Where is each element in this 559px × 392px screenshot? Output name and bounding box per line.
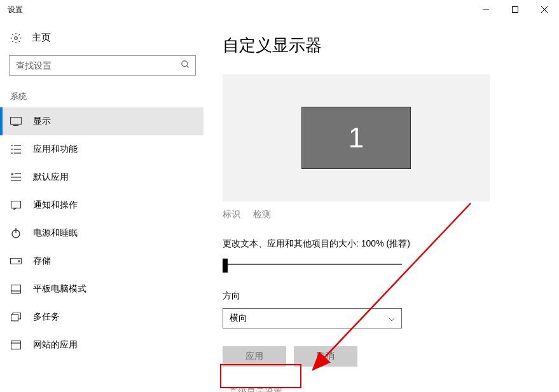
section-label: 系统 bbox=[0, 83, 204, 107]
svg-rect-26 bbox=[11, 314, 18, 321]
sidebar: 主页 系统 显示 应用和功能 默认应用 通知和操作 bbox=[0, 19, 204, 392]
home-button[interactable]: 主页 bbox=[0, 25, 204, 50]
advanced-display-link[interactable]: 高级显示设置 bbox=[223, 382, 289, 392]
sidebar-item-label: 网站的应用 bbox=[33, 339, 78, 351]
sidebar-item-label: 应用和功能 bbox=[33, 144, 78, 155]
sidebar-item-label: 电源和睡眠 bbox=[33, 227, 78, 239]
page-title: 自定义显示器 bbox=[223, 34, 546, 57]
sidebar-item-apps[interactable]: 应用和功能 bbox=[0, 135, 204, 163]
sidebar-item-label: 显示 bbox=[33, 116, 51, 127]
close-icon bbox=[541, 6, 548, 13]
search-icon bbox=[181, 60, 190, 72]
slider-thumb[interactable] bbox=[223, 259, 228, 273]
orientation-value: 横向 bbox=[230, 313, 247, 324]
svg-line-30 bbox=[313, 203, 471, 370]
window-controls bbox=[471, 0, 559, 19]
maximize-icon bbox=[512, 6, 518, 13]
apply-button[interactable]: 应用 bbox=[223, 346, 286, 367]
tablet-icon bbox=[10, 283, 22, 295]
svg-rect-0 bbox=[483, 10, 489, 10]
svg-point-5 bbox=[182, 60, 188, 66]
slider-track bbox=[223, 264, 402, 265]
minimize-icon bbox=[483, 10, 489, 10]
home-label: 主页 bbox=[32, 32, 51, 44]
sidebar-item-web-apps[interactable]: 网站的应用 bbox=[0, 331, 204, 359]
scale-slider[interactable] bbox=[223, 257, 402, 273]
web-apps-icon bbox=[10, 339, 22, 351]
sidebar-item-notifications[interactable]: 通知和操作 bbox=[0, 191, 204, 219]
svg-rect-19 bbox=[11, 201, 21, 208]
sidebar-item-label: 平板电脑模式 bbox=[33, 283, 86, 295]
main-content: 自定义显示器 1 标识 检测 更改文本、应用和其他项目的大小: 100% (推荐… bbox=[204, 19, 559, 392]
scale-label: 更改文本、应用和其他项目的大小: 100% (推荐) bbox=[223, 238, 546, 250]
svg-rect-1 bbox=[513, 7, 518, 13]
sidebar-item-storage[interactable]: 存储 bbox=[0, 247, 204, 275]
storage-icon bbox=[10, 255, 22, 267]
defaults-icon bbox=[10, 172, 22, 183]
notification-icon bbox=[10, 199, 22, 211]
minimize-button[interactable] bbox=[471, 0, 500, 19]
sidebar-item-tablet[interactable]: 平板电脑模式 bbox=[0, 275, 204, 303]
search-box[interactable] bbox=[9, 55, 196, 76]
sidebar-item-multitask[interactable]: 多任务 bbox=[0, 303, 204, 331]
orientation-label: 方向 bbox=[223, 290, 546, 302]
multitask-icon bbox=[10, 311, 22, 323]
svg-point-4 bbox=[15, 36, 18, 39]
list-icon bbox=[10, 144, 22, 155]
display-preview: 1 bbox=[223, 74, 490, 201]
svg-rect-7 bbox=[11, 118, 22, 125]
detect-link[interactable]: 检测 bbox=[253, 209, 271, 220]
chevron-down-icon bbox=[389, 313, 395, 323]
sidebar-item-label: 默认应用 bbox=[33, 172, 69, 183]
svg-rect-15 bbox=[11, 173, 13, 175]
orientation-select[interactable]: 横向 bbox=[223, 308, 402, 328]
sidebar-item-label: 通知和操作 bbox=[33, 199, 78, 211]
svg-line-6 bbox=[186, 65, 188, 67]
identify-link[interactable]: 标识 bbox=[223, 209, 240, 220]
search-input[interactable] bbox=[16, 60, 181, 71]
sidebar-item-power[interactable]: 电源和睡眠 bbox=[0, 219, 204, 247]
maximize-button[interactable] bbox=[500, 0, 530, 19]
monitor-number: 1 bbox=[349, 122, 364, 154]
sidebar-item-label: 存储 bbox=[33, 255, 51, 267]
sidebar-item-label: 多任务 bbox=[33, 311, 60, 323]
titlebar: 设置 bbox=[0, 0, 559, 19]
svg-rect-24 bbox=[11, 285, 21, 294]
monitor-1[interactable]: 1 bbox=[301, 107, 411, 169]
gear-icon bbox=[10, 32, 22, 44]
power-icon bbox=[10, 227, 22, 239]
monitor-icon bbox=[10, 116, 22, 127]
svg-point-23 bbox=[18, 260, 20, 262]
window-title: 设置 bbox=[8, 4, 471, 15]
sidebar-item-default-apps[interactable]: 默认应用 bbox=[0, 163, 204, 191]
svg-rect-27 bbox=[11, 341, 21, 349]
cancel-button[interactable]: 取消 bbox=[294, 346, 357, 367]
close-button[interactable] bbox=[530, 0, 559, 19]
sidebar-item-display[interactable]: 显示 bbox=[0, 107, 204, 135]
